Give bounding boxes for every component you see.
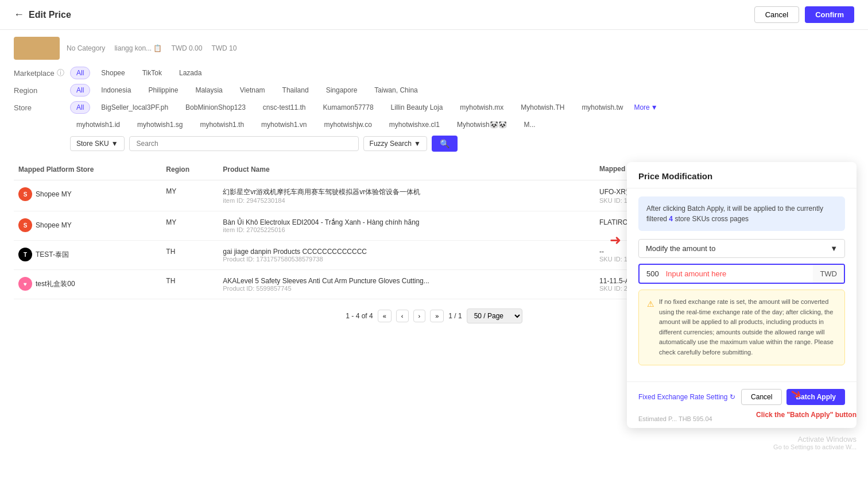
per-page-select[interactable]: 50 / Page 100 / Page xyxy=(467,309,522,323)
region-thailand[interactable]: Thailand xyxy=(276,84,315,97)
pagination-current: 1 / 1 xyxy=(448,312,462,320)
region-singapore[interactable]: Singapore xyxy=(320,84,364,97)
warning-icon: ⚠ xyxy=(647,298,654,358)
region-philippine[interactable]: Philippine xyxy=(142,84,184,97)
fuzzy-search-select[interactable]: Fuzzy Search ▼ xyxy=(363,136,427,151)
search-input[interactable] xyxy=(129,136,359,151)
warning-banner: ⚠ If no fixed exchange rate is set, the … xyxy=(638,290,845,365)
store-name: TTEST-泰国 xyxy=(18,248,157,261)
marketplace-shopee[interactable]: Shopee xyxy=(95,67,131,79)
store-myhotwish1sg[interactable]: myhotwish1.sg xyxy=(131,118,189,131)
modify-dropdown[interactable]: Modify the amount to ▼ xyxy=(638,239,845,258)
store-lillin[interactable]: Lillin Beauty Loja xyxy=(385,101,450,114)
pagination-range: 1 - 4 of 4 xyxy=(346,312,373,320)
filter-section: Marketplace ⓘ All Shopee TikTok Lazada R… xyxy=(14,67,854,131)
header-buttons: Cancel Confirm xyxy=(754,6,854,23)
batch-apply-button[interactable]: Batch Apply xyxy=(786,389,845,405)
store-myhotwish1id[interactable]: myhotwish1.id xyxy=(70,118,126,131)
chevron-down-icon: ▼ xyxy=(111,140,118,148)
product-cell: 幻影星空vr游戏机摩托车商用赛车驾驶模拟器vr体验馆设备一体机item ID: … xyxy=(218,180,595,211)
confirm-button[interactable]: Confirm xyxy=(805,6,854,23)
amount-currency: TWD xyxy=(813,265,844,283)
store-icon: S xyxy=(18,218,32,232)
marketplace-label: Marketplace ⓘ xyxy=(14,68,65,78)
store-myhotwish1vn[interactable]: myhotwish1.vn xyxy=(255,118,313,131)
store-myhotwishmx[interactable]: myhotwish.mx xyxy=(454,101,510,114)
store-name: ♥test礼盒装00 xyxy=(18,277,157,291)
product-cell: Bàn Ủi Khô Electrolux EDI2004 - Trắng Xa… xyxy=(218,211,595,241)
help-icon: ⓘ xyxy=(57,68,64,78)
top-row: No Category liangg kon... 📋 TWD 0.00 TWD… xyxy=(14,30,854,60)
region-label: Region xyxy=(14,86,65,95)
region-cell: TH xyxy=(161,270,218,299)
store-all[interactable]: All xyxy=(70,101,90,114)
popup-footer: Fixed Exchange Rate Setting ↻ Cancel Bat… xyxy=(627,381,857,413)
product-cell: gai jiage danpin Products CCCCCCCCCCCCCP… xyxy=(218,241,595,270)
region-all[interactable]: All xyxy=(70,84,90,97)
region-indonesia[interactable]: Indonesia xyxy=(95,84,137,97)
marketplace-lazada[interactable]: Lazada xyxy=(173,67,208,79)
back-button[interactable]: ← xyxy=(14,9,24,21)
pagination-prev[interactable]: ‹ xyxy=(396,310,409,322)
region-cell: MY xyxy=(161,180,218,211)
region-cell: MY xyxy=(161,211,218,241)
region-vietnam[interactable]: Vietnam xyxy=(234,84,272,97)
popup-cancel-button[interactable]: Cancel xyxy=(741,389,782,405)
top-info: No Category liangg kon... 📋 TWD 0.00 TWD… xyxy=(67,44,237,52)
store-m-ellipsis[interactable]: M... xyxy=(518,118,542,131)
store-myhotwishxe[interactable]: myhotwishxe.cl1 xyxy=(383,118,446,131)
header-left: ← Edit Price xyxy=(14,9,71,21)
amount-placeholder: Input amount here xyxy=(666,265,813,283)
estimated-price: Estimated P... THB 595.04 xyxy=(627,413,857,428)
store-name: SShopee MY xyxy=(18,218,157,232)
store-cnsc[interactable]: cnsc-test11.th xyxy=(257,101,312,114)
store-icon: T xyxy=(18,248,32,261)
store-label: Store xyxy=(14,103,65,112)
store-bigseller[interactable]: BigSeller_local3PF.ph xyxy=(95,101,175,114)
store-myhotwish1th[interactable]: myhotwish1.th xyxy=(193,118,250,131)
store-myhotwishjw[interactable]: myhotwishjw.co xyxy=(317,118,378,131)
store-icon: S xyxy=(18,187,32,201)
col-region: Region xyxy=(161,159,218,180)
amount-input-row: 500 Input amount here TWD xyxy=(638,264,845,284)
region-taiwan[interactable]: Taiwan, China xyxy=(368,84,424,97)
region-malaysia[interactable]: Malaysia xyxy=(189,84,228,97)
store-cell: SShopee MY xyxy=(14,180,161,211)
marketplace-filter-row: Marketplace ⓘ All Shopee TikTok Lazada xyxy=(14,67,854,79)
marketplace-all[interactable]: All xyxy=(70,67,90,79)
store-bobminion[interactable]: BobMinionShop123 xyxy=(179,101,252,114)
info-banner: After clicking Batch Apply, it will be a… xyxy=(638,196,845,231)
chevron-down-icon: ▼ xyxy=(651,103,658,111)
store-cell: SShopee MY xyxy=(14,211,161,241)
popup-body: After clicking Batch Apply, it will be a… xyxy=(627,188,857,381)
main-content: No Category liangg kon... 📋 TWD 0.00 TWD… xyxy=(0,30,868,482)
store-kumamon[interactable]: Kumamon57778 xyxy=(317,101,380,114)
store-myhotwishttw[interactable]: myhotwish.tw xyxy=(575,101,629,114)
footer-buttons: Cancel Batch Apply xyxy=(741,389,845,405)
cancel-button[interactable]: Cancel xyxy=(754,6,799,23)
product-cell: AKALevel 5 Safety Sleeves Anti Cut Arm P… xyxy=(218,270,595,299)
search-button[interactable]: 🔍 xyxy=(432,136,458,152)
marketplace-tiktok[interactable]: TikTok xyxy=(136,67,168,79)
region-cell: TH xyxy=(161,241,218,270)
store-name: SShopee MY xyxy=(18,187,157,201)
store-more-button[interactable]: More ▼ xyxy=(634,103,657,111)
fixed-exchange-rate-link[interactable]: Fixed Exchange Rate Setting ↻ xyxy=(638,393,735,401)
store-myhotwishth[interactable]: Myhotwish.TH xyxy=(514,101,571,114)
col-product: Product Name xyxy=(218,159,595,180)
store-myhotwishpanda[interactable]: Myhotwish🐼🐼 xyxy=(451,118,513,131)
col-store: Mapped Platform Store xyxy=(14,159,161,180)
price-modification-popup: Price Modification After clicking Batch … xyxy=(627,162,857,428)
pagination-last[interactable]: » xyxy=(430,310,444,322)
pagination-first[interactable]: « xyxy=(378,310,392,322)
top-item xyxy=(14,37,60,60)
refresh-icon: ↻ xyxy=(730,393,735,401)
chevron-down-icon: ▼ xyxy=(414,140,421,148)
popup-title: Price Modification xyxy=(627,162,857,188)
store-icon: ♥ xyxy=(18,277,32,291)
store-filter-row1: Store All BigSeller_local3PF.ph BobMinio… xyxy=(14,101,854,114)
activate-windows-text: Activate Windows Go to Settings to activ… xyxy=(773,435,857,450)
search-type-select[interactable]: Store SKU ▼ xyxy=(70,136,125,151)
page-header: ← Edit Price Cancel Confirm xyxy=(0,0,868,30)
pagination-next[interactable]: › xyxy=(413,310,426,322)
